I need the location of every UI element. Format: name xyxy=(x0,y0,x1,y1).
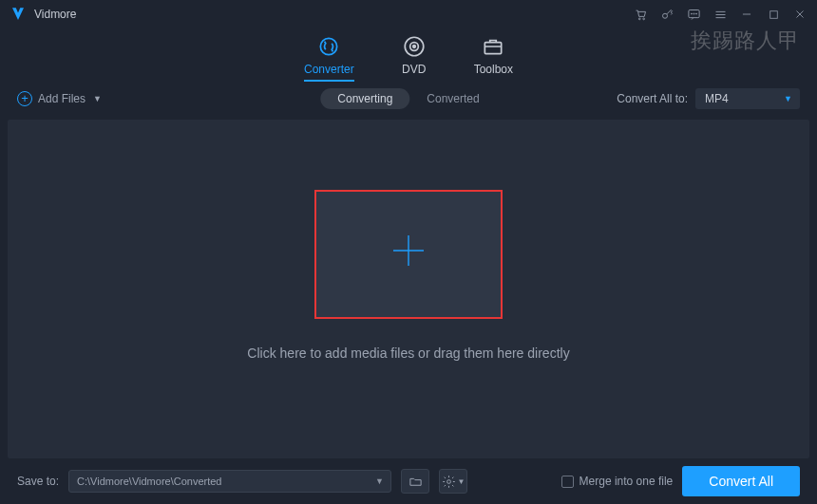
toolbar: + Add Files ▼ Converting Converted Conve… xyxy=(0,82,817,116)
titlebar-icons xyxy=(633,7,808,22)
plus-icon xyxy=(388,230,429,278)
add-files-label: Add Files xyxy=(38,92,86,105)
svg-point-8 xyxy=(321,38,337,54)
key-icon[interactable] xyxy=(659,7,674,22)
svg-point-2 xyxy=(662,13,667,18)
tab-label: Toolbox xyxy=(474,63,513,76)
svg-point-13 xyxy=(446,479,450,483)
svg-point-4 xyxy=(691,13,692,14)
drop-hint: Click here to add media files or drag th… xyxy=(247,345,569,361)
main-area: Click here to add media files or drag th… xyxy=(8,120,809,458)
cart-icon[interactable] xyxy=(633,7,648,22)
save-path-input[interactable] xyxy=(68,470,391,493)
convert-all-to-label: Convert All to: xyxy=(617,92,688,105)
titlebar: Vidmore xyxy=(0,0,817,28)
save-to-label: Save to: xyxy=(17,475,59,488)
converting-tab[interactable]: Converting xyxy=(320,88,409,109)
chevron-down-icon: ▼ xyxy=(93,94,102,103)
feedback-icon[interactable] xyxy=(686,7,701,22)
dropzone[interactable] xyxy=(314,190,503,319)
open-folder-button[interactable] xyxy=(401,469,429,494)
toolbox-icon xyxy=(481,34,505,59)
minimize-icon[interactable] xyxy=(739,7,754,22)
chevron-down-icon: ▼ xyxy=(458,477,466,486)
converted-tab[interactable]: Converted xyxy=(409,88,496,109)
settings-button[interactable]: ▼ xyxy=(439,469,467,494)
svg-point-5 xyxy=(694,13,694,14)
plus-circle-icon: + xyxy=(17,91,32,106)
maximize-icon[interactable] xyxy=(766,7,781,22)
format-select[interactable]: MP4 ▼ xyxy=(695,88,800,109)
nav-tabs: Converter DVD Toolbox xyxy=(0,28,817,82)
chevron-down-icon: ▼ xyxy=(375,476,384,486)
app-logo-icon xyxy=(10,6,27,23)
app-title: Vidmore xyxy=(34,8,76,21)
svg-rect-7 xyxy=(770,10,777,18)
chevron-down-icon: ▼ xyxy=(784,94,792,103)
tab-label: DVD xyxy=(402,63,426,76)
convert-all-button[interactable]: Convert All xyxy=(682,466,800,496)
tab-label: Converter xyxy=(304,63,354,76)
merge-label: Merge into one file xyxy=(580,475,674,488)
converter-icon xyxy=(316,34,341,59)
checkbox-icon xyxy=(561,476,574,488)
tab-toolbox[interactable]: Toolbox xyxy=(474,34,513,82)
svg-point-6 xyxy=(695,13,696,14)
bottom-bar: Save to: ▼ ▼ Merge into one file Convert… xyxy=(0,458,817,504)
svg-point-1 xyxy=(642,18,644,20)
tab-converter[interactable]: Converter xyxy=(304,34,354,82)
menu-icon[interactable] xyxy=(712,7,728,22)
svg-point-11 xyxy=(412,46,415,48)
save-path-select[interactable]: ▼ xyxy=(68,470,391,493)
add-files-button[interactable]: + Add Files ▼ xyxy=(17,91,102,106)
merge-checkbox[interactable]: Merge into one file xyxy=(561,475,674,488)
tab-dvd[interactable]: DVD xyxy=(402,34,427,82)
dvd-icon xyxy=(402,34,427,59)
svg-rect-12 xyxy=(485,43,502,54)
svg-point-0 xyxy=(638,18,640,20)
close-icon[interactable] xyxy=(792,7,808,22)
